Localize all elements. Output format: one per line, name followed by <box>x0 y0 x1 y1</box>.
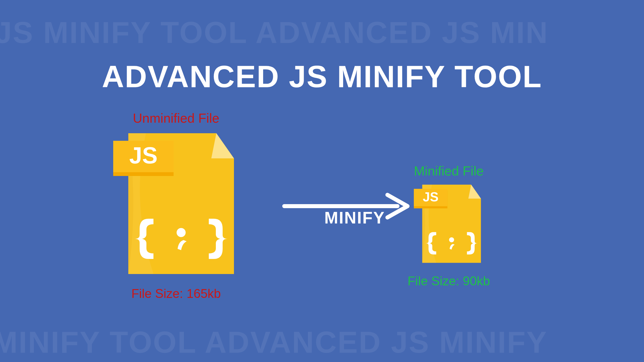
svg-point-8 <box>449 237 454 242</box>
svg-text:JS: JS <box>423 190 438 204</box>
unminified-label: Unminified File <box>108 111 244 126</box>
svg-point-3 <box>177 228 186 237</box>
minify-action-label: MINIFY <box>324 208 385 227</box>
minify-arrow-block: MINIFY <box>282 191 413 227</box>
unminified-file-block: Unminified File JS <box>108 111 244 301</box>
unminified-size-label: File Size: 165kb <box>108 286 244 301</box>
svg-text:JS: JS <box>129 143 158 168</box>
background-watermark-bottom: MINIFY TOOL ADVANCED JS MINIFY <box>0 325 548 359</box>
minified-label: Minified File <box>408 163 490 178</box>
js-file-icon-small: JS <box>411 181 487 267</box>
diagram-content: Unminified File JS <box>0 111 644 312</box>
js-file-icon-large: JS <box>108 128 244 280</box>
background-watermark-top: JS MINIFY TOOL ADVANCED JS MIN <box>0 15 548 50</box>
minified-file-block: Minified File JS File Size: 90kb <box>408 163 490 288</box>
page-title: ADVANCED JS MINIFY TOOL <box>102 59 542 94</box>
minified-size-label: File Size: 90kb <box>408 274 490 288</box>
